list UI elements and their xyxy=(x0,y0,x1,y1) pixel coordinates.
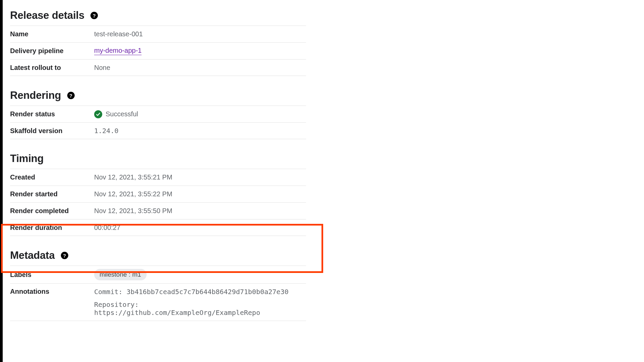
render-completed-label: Render completed xyxy=(10,207,94,215)
render-started-value: Nov 12, 2021, 3:55:22 PM xyxy=(94,190,172,198)
help-icon[interactable]: ? xyxy=(67,92,75,99)
render-completed-row: Render completed Nov 12, 2021, 3:55:50 P… xyxy=(10,202,306,219)
annotations-row: Annotations Commit: 3b416bb7cead5c7c7b64… xyxy=(10,283,306,321)
skaffold-row: Skaffold version 1.24.0 xyxy=(10,122,306,139)
label-chip: milestone : m1 xyxy=(94,269,147,280)
skaffold-label: Skaffold version xyxy=(10,127,94,135)
skaffold-value: 1.24.0 xyxy=(94,127,118,135)
rendering-title: Rendering xyxy=(10,89,61,102)
annotation-repository: Repository: https://github.com/ExampleOr… xyxy=(94,300,306,317)
render-started-row: Render started Nov 12, 2021, 3:55:22 PM xyxy=(10,186,306,202)
labels-label: Labels xyxy=(10,271,94,279)
render-duration-value: 00:00:27 xyxy=(94,224,120,232)
created-label: Created xyxy=(10,173,94,181)
help-icon[interactable]: ? xyxy=(61,252,68,259)
metadata-title: Metadata xyxy=(10,249,55,262)
release-details-page: Release details ? Name test-release-001 … xyxy=(3,0,644,362)
render-completed-value: Nov 12, 2021, 3:55:50 PM xyxy=(94,207,172,215)
pipeline-row: Delivery pipeline my-demo-app-1 xyxy=(10,42,306,59)
name-row: Name test-release-001 xyxy=(10,26,306,42)
annotations-label: Annotations xyxy=(10,288,94,295)
rollout-value: None xyxy=(94,64,110,72)
render-status-value: Successful xyxy=(106,110,138,118)
help-icon[interactable]: ? xyxy=(90,12,98,19)
timing-section: Timing Created Nov 12, 2021, 3:55:21 PM … xyxy=(10,153,306,236)
name-label: Name xyxy=(10,30,94,38)
name-value: test-release-001 xyxy=(94,30,143,38)
render-started-label: Render started xyxy=(10,190,94,198)
annotation-commit: Commit: 3b416bb7cead5c7c7b644b86429d71b0… xyxy=(94,288,306,296)
created-row: Created Nov 12, 2021, 3:55:21 PM xyxy=(10,169,306,186)
pipeline-link[interactable]: my-demo-app-1 xyxy=(94,47,142,55)
render-status-row: Render status Successful xyxy=(10,106,306,122)
left-border-bar xyxy=(0,0,3,362)
render-duration-label: Render duration xyxy=(10,224,94,232)
rendering-section: Rendering ? Render status Successful Ska… xyxy=(10,89,306,139)
release-details-section: Release details ? Name test-release-001 … xyxy=(10,9,306,76)
timing-title: Timing xyxy=(10,153,44,165)
rollout-label: Latest rollout to xyxy=(10,64,94,72)
labels-row: Labels milestone : m1 xyxy=(10,266,306,283)
created-value: Nov 12, 2021, 3:55:21 PM xyxy=(94,173,172,181)
success-check-icon xyxy=(94,110,102,118)
pipeline-label: Delivery pipeline xyxy=(10,47,94,55)
metadata-section: Metadata ? Labels milestone : m1 Annotat… xyxy=(10,249,306,321)
render-duration-row: Render duration 00:00:27 xyxy=(10,219,306,236)
release-details-title: Release details xyxy=(10,9,84,22)
rollout-row: Latest rollout to None xyxy=(10,59,306,76)
render-status-label: Render status xyxy=(10,110,94,118)
